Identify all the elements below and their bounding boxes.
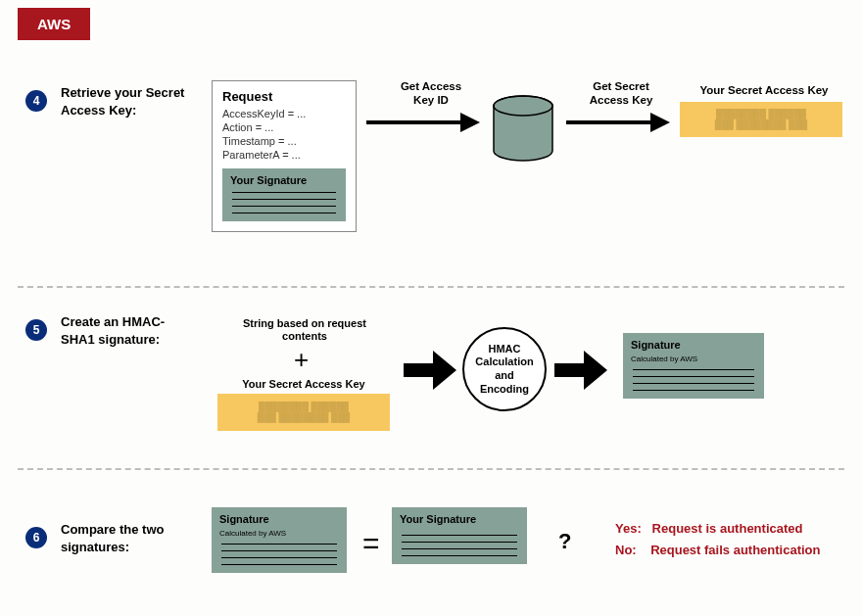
step-title-4: Retrieve your Secret Access Key:: [61, 84, 198, 118]
signature-subtitle: Calculated by AWS: [219, 529, 339, 538]
yes-label: Yes:: [615, 521, 642, 536]
signature-title: Signature: [631, 339, 756, 351]
step-title-5: Create an HMAC-SHA1 signature:: [61, 313, 198, 348]
result-yes: Yes: Request is authenticated: [615, 521, 802, 536]
secret-key-obscured-2: ████████ █████████ ████████ ███: [217, 394, 390, 431]
signature-card-aws-2: Signature Calculated by AWS: [212, 507, 347, 573]
svg-marker-5: [650, 113, 670, 132]
aws-badge: AWS: [18, 8, 90, 40]
request-line: AccessKeyId = ...: [222, 108, 346, 119]
your-signature-title-2: Your Signature: [400, 513, 519, 525]
yes-text: Request is authenticated: [652, 521, 803, 536]
step-number-6: 6: [25, 527, 47, 548]
step-number-5: 5: [25, 319, 47, 341]
hmac-label: HMAC Calculation and Encoding: [470, 343, 539, 397]
svg-rect-6: [404, 363, 433, 377]
svg-rect-8: [554, 363, 584, 377]
arrow-icon: [366, 111, 480, 134]
no-label: No:: [615, 543, 637, 557]
equals-icon: =: [362, 527, 380, 560]
svg-marker-1: [460, 113, 480, 132]
separator: [18, 468, 844, 470]
signature-subtitle: Calculated by AWS: [631, 355, 756, 363]
svg-marker-9: [584, 351, 607, 390]
arrow-icon: [404, 351, 456, 390]
secret-key-label: Your Secret Access Key: [686, 84, 842, 98]
database-icon: [488, 94, 558, 165]
arrow-label-access-key-id: Get Access Key ID: [392, 80, 470, 108]
svg-marker-7: [433, 351, 456, 390]
arrow-icon: [566, 111, 670, 134]
request-line: Timestamp = ...: [222, 135, 346, 147]
step-title-6: Compare the two signatures:: [61, 521, 198, 555]
no-text: Request fails authentication: [650, 543, 820, 557]
request-heading: Request: [222, 89, 346, 104]
result-no: No: Request fails authentication: [615, 543, 821, 557]
question-mark-icon: ?: [558, 529, 571, 554]
plus-icon: +: [294, 345, 309, 375]
request-line: Action = ...: [222, 121, 346, 133]
string-contents-label: String based on request contents: [231, 317, 378, 343]
your-signature-card: Your Signature: [222, 168, 346, 221]
step-number-4: 4: [25, 90, 47, 112]
arrow-label-secret-key: Get Secret Access Key: [582, 80, 660, 108]
arrow-icon: [554, 351, 607, 390]
signature-card-aws: Signature Calculated by AWS: [623, 333, 764, 399]
request-line: ParameterA = ...: [222, 149, 346, 161]
your-signature-title: Your Signature: [230, 174, 338, 186]
hmac-circle: HMAC Calculation and Encoding: [462, 327, 547, 411]
separator: [18, 286, 844, 288]
request-box: Request AccessKeyId = ... Action = ... T…: [212, 80, 357, 232]
secret-key-obscured: ████████ █████████ ████████ ███: [680, 102, 842, 137]
secret-key-label-2: Your Secret Access Key: [225, 378, 382, 391]
signature-title: Signature: [219, 513, 339, 525]
signature-card-yours: Your Signature: [392, 507, 527, 564]
